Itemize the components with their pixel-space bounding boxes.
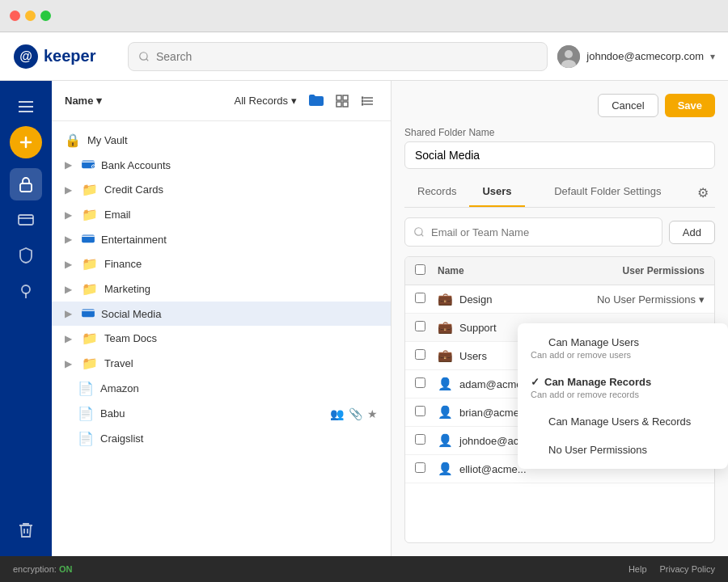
user-search-box[interactable] xyxy=(404,217,662,247)
row-checkbox-cell xyxy=(415,377,438,391)
sidebar-item-pin[interactable] xyxy=(10,275,42,307)
document-icon: 📄 xyxy=(78,406,94,421)
encryption-status: ON xyxy=(59,564,73,574)
chevron-right-icon: ▶ xyxy=(65,333,72,344)
svg-point-11 xyxy=(22,285,30,293)
user-search-input[interactable] xyxy=(431,226,654,238)
maximize-button[interactable] xyxy=(40,11,51,21)
item-label: Craigslist xyxy=(100,432,378,445)
folder-view-icon[interactable] xyxy=(307,91,326,111)
row-checkbox[interactable] xyxy=(415,293,425,303)
dropdown-item-manage-users[interactable]: Can Manage Users Can add or remove users xyxy=(518,328,728,368)
search-box[interactable] xyxy=(128,42,548,71)
item-label: Entertainment xyxy=(101,234,378,246)
sidebar-item-cards[interactable] xyxy=(10,204,42,236)
list-item[interactable]: ▶ 📁 Finance xyxy=(52,251,391,276)
svg-rect-13 xyxy=(343,95,348,100)
minimize-button[interactable] xyxy=(25,11,36,21)
list-item[interactable]: ▶ 📁 Marketing xyxy=(52,276,391,302)
folder-icon: 💼 xyxy=(438,320,453,335)
list-item[interactable]: 📄 Amazon xyxy=(52,376,391,401)
sidebar-item-trash[interactable] xyxy=(10,514,42,546)
list-view-icon[interactable] xyxy=(358,91,378,111)
search-icon xyxy=(413,226,425,238)
chevron-right-icon: ▶ xyxy=(65,184,72,196)
row-checkbox[interactable] xyxy=(415,349,425,360)
search-input[interactable] xyxy=(156,50,537,63)
list-item[interactable]: 📄 Craigslist xyxy=(52,426,391,451)
logo-text: keeper xyxy=(44,47,96,65)
document-icon: 📄 xyxy=(78,431,94,446)
row-checkbox[interactable] xyxy=(415,377,425,388)
row-checkbox[interactable] xyxy=(415,462,425,473)
folder-icon: 📁 xyxy=(82,256,98,272)
tab-users[interactable]: Users xyxy=(469,179,524,207)
bottom-links: Help Privacy Policy xyxy=(629,564,715,574)
view-icons xyxy=(307,91,378,111)
list-item[interactable]: ▶ 📁 Credit Cards xyxy=(52,177,391,202)
list-item[interactable]: ▶ 📁 Email xyxy=(52,202,391,227)
name-sort-button[interactable]: Name ▾ xyxy=(65,95,102,107)
sidebar-item-lock[interactable] xyxy=(10,168,42,200)
all-records-button[interactable]: All Records ▾ xyxy=(235,95,297,107)
right-panel: Cancel Save Shared Folder Name Records U… xyxy=(392,81,728,556)
close-button[interactable] xyxy=(10,11,20,21)
header-permissions: User Permissions xyxy=(559,265,705,276)
list-item[interactable]: 📄 Babu 👥 📎 ★ xyxy=(52,401,391,426)
svg-rect-12 xyxy=(336,95,341,100)
select-all-checkbox[interactable] xyxy=(415,264,425,275)
cancel-button[interactable]: Cancel xyxy=(598,94,658,117)
item-actions: 👥 📎 ★ xyxy=(330,407,378,420)
list-item[interactable]: ▶ 📁 Team Docs xyxy=(52,326,391,351)
item-label: Bank Accounts xyxy=(101,159,378,171)
settings-gear-icon[interactable]: ⚙ xyxy=(691,179,715,207)
sidebar xyxy=(0,81,52,556)
dropdown-item-sub: Can add or remove users xyxy=(531,350,715,360)
folder-name-input[interactable] xyxy=(404,141,715,169)
dropdown-item-manage-both[interactable]: Can Manage Users & Records xyxy=(518,407,728,436)
help-link[interactable]: Help xyxy=(629,564,647,574)
row-checkbox-cell xyxy=(415,320,438,335)
list-item[interactable]: ▶ ⚙ Bank Accounts xyxy=(52,153,391,177)
tab-records[interactable]: Records xyxy=(404,179,469,207)
privacy-link[interactable]: Privacy Policy xyxy=(660,564,715,574)
svg-point-18 xyxy=(362,103,363,105)
row-checkbox[interactable] xyxy=(415,406,425,416)
grid-view-icon[interactable] xyxy=(332,91,352,111)
chevron-right-icon: ▶ xyxy=(65,259,72,270)
row-checkbox[interactable] xyxy=(415,434,425,445)
save-button[interactable]: Save xyxy=(665,94,715,117)
chevron-right-icon: ▶ xyxy=(65,159,72,171)
sidebar-menu[interactable] xyxy=(10,91,42,123)
folder-icon: 📁 xyxy=(82,356,98,371)
user-area[interactable]: johndoe@acmecorp.com ▾ xyxy=(557,45,715,68)
list-item[interactable]: ▶ Entertainment xyxy=(52,227,391,251)
selected-checkmark-icon: ✓ xyxy=(531,376,540,388)
share-icon[interactable]: 👥 xyxy=(330,407,344,420)
chevron-right-icon: ▶ xyxy=(65,284,72,295)
tabs: Records Users Default Folder Settings ⚙ xyxy=(404,179,715,208)
attach-icon[interactable]: 📎 xyxy=(349,407,362,420)
dropdown-item-no-permissions[interactable]: No User Permissions xyxy=(518,436,728,464)
sidebar-item-shield[interactable] xyxy=(10,239,42,272)
shared-folder-icon: ⚙ xyxy=(82,158,95,172)
list-item[interactable]: 🔒 My Vault xyxy=(52,128,391,153)
svg-rect-8 xyxy=(19,111,33,112)
list-item[interactable]: ▶ 📁 Travel xyxy=(52,351,391,376)
dropdown-item-manage-records[interactable]: ✓ Can Manage Records Can add or remove r… xyxy=(518,368,728,407)
add-button[interactable] xyxy=(10,126,42,158)
list-item[interactable]: ▶ Social Media xyxy=(52,302,391,326)
star-icon[interactable]: ★ xyxy=(367,407,378,420)
header-checkbox-cell xyxy=(415,264,438,278)
chevron-down-icon: ▾ xyxy=(699,293,705,306)
chevron-right-icon: ▶ xyxy=(65,234,72,245)
tab-default-folder[interactable]: Default Folder Settings xyxy=(541,179,674,207)
add-user-button[interactable]: Add xyxy=(669,221,715,244)
user-email: johndoe@acmecorp.com xyxy=(586,50,704,62)
dropdown-item-sub: Can add or remove records xyxy=(531,390,715,399)
svg-text:⚙: ⚙ xyxy=(91,163,95,169)
folder-icon: 💼 xyxy=(438,348,453,363)
row-checkbox-cell xyxy=(415,433,438,448)
row-checkbox[interactable] xyxy=(415,321,425,331)
permission-dropdown[interactable]: No User Permissions ▾ xyxy=(559,293,705,306)
